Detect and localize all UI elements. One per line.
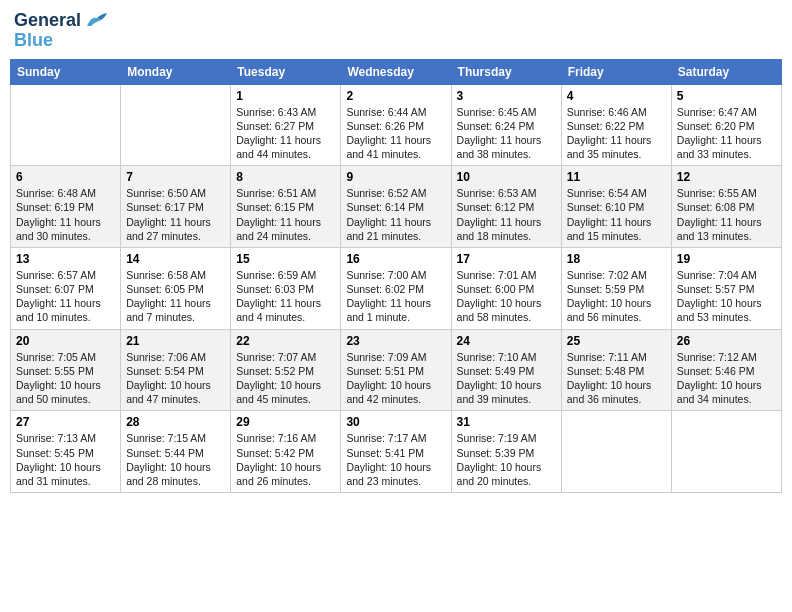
header: General Blue: [10, 10, 782, 51]
calendar-cell: 29Sunrise: 7:16 AM Sunset: 5:42 PM Dayli…: [231, 411, 341, 493]
calendar-cell: 5Sunrise: 6:47 AM Sunset: 6:20 PM Daylig…: [671, 84, 781, 166]
day-number: 27: [16, 415, 115, 429]
day-info: Sunrise: 6:57 AM Sunset: 6:07 PM Dayligh…: [16, 268, 115, 325]
day-info: Sunrise: 6:50 AM Sunset: 6:17 PM Dayligh…: [126, 186, 225, 243]
day-info: Sunrise: 7:16 AM Sunset: 5:42 PM Dayligh…: [236, 431, 335, 488]
day-number: 3: [457, 89, 556, 103]
day-number: 24: [457, 334, 556, 348]
logo-blue: Blue: [14, 30, 53, 51]
day-info: Sunrise: 6:52 AM Sunset: 6:14 PM Dayligh…: [346, 186, 445, 243]
day-info: Sunrise: 7:13 AM Sunset: 5:45 PM Dayligh…: [16, 431, 115, 488]
calendar-cell: 21Sunrise: 7:06 AM Sunset: 5:54 PM Dayli…: [121, 329, 231, 411]
calendar-cell: 2Sunrise: 6:44 AM Sunset: 6:26 PM Daylig…: [341, 84, 451, 166]
day-number: 23: [346, 334, 445, 348]
calendar-cell: 15Sunrise: 6:59 AM Sunset: 6:03 PM Dayli…: [231, 247, 341, 329]
day-info: Sunrise: 6:48 AM Sunset: 6:19 PM Dayligh…: [16, 186, 115, 243]
calendar-cell: 19Sunrise: 7:04 AM Sunset: 5:57 PM Dayli…: [671, 247, 781, 329]
day-number: 15: [236, 252, 335, 266]
day-info: Sunrise: 6:51 AM Sunset: 6:15 PM Dayligh…: [236, 186, 335, 243]
day-number: 8: [236, 170, 335, 184]
calendar-cell: 7Sunrise: 6:50 AM Sunset: 6:17 PM Daylig…: [121, 166, 231, 248]
weekday-header-thursday: Thursday: [451, 59, 561, 84]
calendar-cell: 23Sunrise: 7:09 AM Sunset: 5:51 PM Dayli…: [341, 329, 451, 411]
day-info: Sunrise: 7:05 AM Sunset: 5:55 PM Dayligh…: [16, 350, 115, 407]
day-number: 20: [16, 334, 115, 348]
calendar-cell: 26Sunrise: 7:12 AM Sunset: 5:46 PM Dayli…: [671, 329, 781, 411]
calendar-cell: 25Sunrise: 7:11 AM Sunset: 5:48 PM Dayli…: [561, 329, 671, 411]
day-info: Sunrise: 7:19 AM Sunset: 5:39 PM Dayligh…: [457, 431, 556, 488]
calendar-cell: [561, 411, 671, 493]
logo: General Blue: [14, 10, 111, 51]
day-number: 1: [236, 89, 335, 103]
calendar-cell: 12Sunrise: 6:55 AM Sunset: 6:08 PM Dayli…: [671, 166, 781, 248]
calendar-week-row: 1Sunrise: 6:43 AM Sunset: 6:27 PM Daylig…: [11, 84, 782, 166]
day-info: Sunrise: 6:54 AM Sunset: 6:10 PM Dayligh…: [567, 186, 666, 243]
day-info: Sunrise: 6:46 AM Sunset: 6:22 PM Dayligh…: [567, 105, 666, 162]
calendar-cell: 16Sunrise: 7:00 AM Sunset: 6:02 PM Dayli…: [341, 247, 451, 329]
calendar-cell: 10Sunrise: 6:53 AM Sunset: 6:12 PM Dayli…: [451, 166, 561, 248]
day-number: 22: [236, 334, 335, 348]
day-number: 30: [346, 415, 445, 429]
day-number: 11: [567, 170, 666, 184]
day-info: Sunrise: 7:01 AM Sunset: 6:00 PM Dayligh…: [457, 268, 556, 325]
day-number: 28: [126, 415, 225, 429]
logo-text: General: [14, 10, 111, 32]
day-number: 13: [16, 252, 115, 266]
calendar-week-row: 27Sunrise: 7:13 AM Sunset: 5:45 PM Dayli…: [11, 411, 782, 493]
logo-bird-icon: [83, 12, 111, 30]
day-number: 31: [457, 415, 556, 429]
calendar-cell: 24Sunrise: 7:10 AM Sunset: 5:49 PM Dayli…: [451, 329, 561, 411]
day-number: 12: [677, 170, 776, 184]
calendar-cell: [11, 84, 121, 166]
calendar-cell: 30Sunrise: 7:17 AM Sunset: 5:41 PM Dayli…: [341, 411, 451, 493]
calendar-cell: 31Sunrise: 7:19 AM Sunset: 5:39 PM Dayli…: [451, 411, 561, 493]
calendar-cell: 8Sunrise: 6:51 AM Sunset: 6:15 PM Daylig…: [231, 166, 341, 248]
day-number: 4: [567, 89, 666, 103]
calendar-cell: 14Sunrise: 6:58 AM Sunset: 6:05 PM Dayli…: [121, 247, 231, 329]
day-number: 9: [346, 170, 445, 184]
weekday-header-tuesday: Tuesday: [231, 59, 341, 84]
day-info: Sunrise: 6:58 AM Sunset: 6:05 PM Dayligh…: [126, 268, 225, 325]
day-number: 25: [567, 334, 666, 348]
calendar-cell: 20Sunrise: 7:05 AM Sunset: 5:55 PM Dayli…: [11, 329, 121, 411]
day-number: 18: [567, 252, 666, 266]
calendar-cell: [121, 84, 231, 166]
calendar-cell: 6Sunrise: 6:48 AM Sunset: 6:19 PM Daylig…: [11, 166, 121, 248]
day-number: 2: [346, 89, 445, 103]
day-number: 14: [126, 252, 225, 266]
calendar-cell: 1Sunrise: 6:43 AM Sunset: 6:27 PM Daylig…: [231, 84, 341, 166]
day-number: 5: [677, 89, 776, 103]
calendar-week-row: 13Sunrise: 6:57 AM Sunset: 6:07 PM Dayli…: [11, 247, 782, 329]
calendar-cell: 11Sunrise: 6:54 AM Sunset: 6:10 PM Dayli…: [561, 166, 671, 248]
calendar-cell: 9Sunrise: 6:52 AM Sunset: 6:14 PM Daylig…: [341, 166, 451, 248]
weekday-header-row: SundayMondayTuesdayWednesdayThursdayFrid…: [11, 59, 782, 84]
calendar-cell: 28Sunrise: 7:15 AM Sunset: 5:44 PM Dayli…: [121, 411, 231, 493]
day-info: Sunrise: 6:45 AM Sunset: 6:24 PM Dayligh…: [457, 105, 556, 162]
day-info: Sunrise: 7:12 AM Sunset: 5:46 PM Dayligh…: [677, 350, 776, 407]
calendar-week-row: 20Sunrise: 7:05 AM Sunset: 5:55 PM Dayli…: [11, 329, 782, 411]
day-info: Sunrise: 6:59 AM Sunset: 6:03 PM Dayligh…: [236, 268, 335, 325]
weekday-header-saturday: Saturday: [671, 59, 781, 84]
weekday-header-friday: Friday: [561, 59, 671, 84]
calendar-cell: 13Sunrise: 6:57 AM Sunset: 6:07 PM Dayli…: [11, 247, 121, 329]
day-info: Sunrise: 7:09 AM Sunset: 5:51 PM Dayligh…: [346, 350, 445, 407]
calendar-cell: 27Sunrise: 7:13 AM Sunset: 5:45 PM Dayli…: [11, 411, 121, 493]
day-info: Sunrise: 7:11 AM Sunset: 5:48 PM Dayligh…: [567, 350, 666, 407]
weekday-header-wednesday: Wednesday: [341, 59, 451, 84]
calendar-cell: 3Sunrise: 6:45 AM Sunset: 6:24 PM Daylig…: [451, 84, 561, 166]
day-number: 26: [677, 334, 776, 348]
calendar-cell: 22Sunrise: 7:07 AM Sunset: 5:52 PM Dayli…: [231, 329, 341, 411]
calendar-cell: [671, 411, 781, 493]
day-number: 29: [236, 415, 335, 429]
day-info: Sunrise: 6:55 AM Sunset: 6:08 PM Dayligh…: [677, 186, 776, 243]
calendar: SundayMondayTuesdayWednesdayThursdayFrid…: [10, 59, 782, 493]
day-info: Sunrise: 7:06 AM Sunset: 5:54 PM Dayligh…: [126, 350, 225, 407]
day-number: 10: [457, 170, 556, 184]
day-info: Sunrise: 7:10 AM Sunset: 5:49 PM Dayligh…: [457, 350, 556, 407]
day-number: 21: [126, 334, 225, 348]
calendar-cell: 17Sunrise: 7:01 AM Sunset: 6:00 PM Dayli…: [451, 247, 561, 329]
weekday-header-monday: Monday: [121, 59, 231, 84]
day-number: 19: [677, 252, 776, 266]
weekday-header-sunday: Sunday: [11, 59, 121, 84]
day-info: Sunrise: 7:04 AM Sunset: 5:57 PM Dayligh…: [677, 268, 776, 325]
